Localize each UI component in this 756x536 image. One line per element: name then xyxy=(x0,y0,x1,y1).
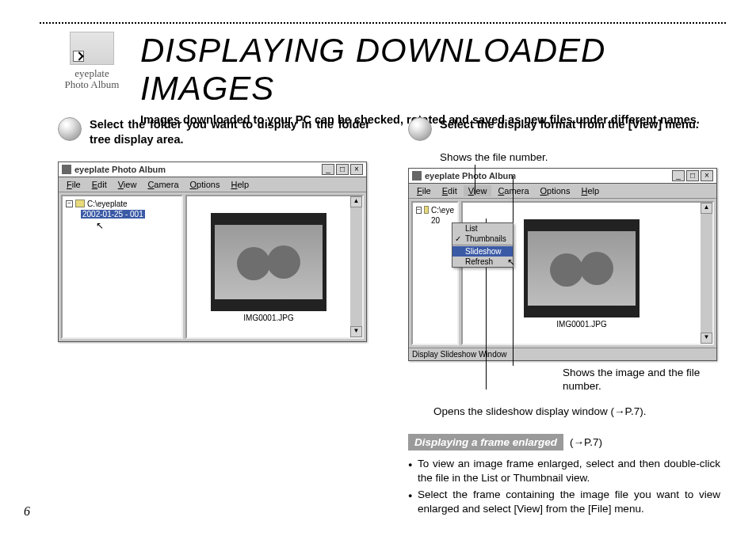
scroll-track[interactable] xyxy=(701,214,712,333)
menu-item-refresh[interactable]: Refresh xyxy=(452,257,513,267)
app-window-left: eyeplate Photo Album _ □ × File Edit Vie… xyxy=(58,162,367,342)
menubar: File Edit View Camera Options Help xyxy=(59,177,366,192)
app-window-right: eyeplate Photo Album _ □ × File Edit Vie… xyxy=(408,168,717,361)
left-step: Select the folder you want to display in… xyxy=(58,117,370,147)
bullet-item: Select the frame containing the image fi… xyxy=(408,488,720,516)
subheading-ref: (→P.7) xyxy=(570,436,602,448)
maximize-button[interactable]: □ xyxy=(686,170,699,181)
caption-file-number: Shows the file number. xyxy=(440,150,720,165)
subheading-box: Displaying a frame enlarged xyxy=(408,434,563,450)
bullet-item: To view an image frame enlarged, select … xyxy=(408,457,720,485)
enlarge-bullets: To view an image frame enlarged, select … xyxy=(408,457,720,516)
right-column: Select the display format from the [View… xyxy=(408,117,720,518)
header-row: eyeplate Photo Album DISPLAYING DOWNLOAD… xyxy=(58,32,720,128)
tree-root[interactable]: − C:\eyeplate xyxy=(66,200,178,208)
menu-options[interactable]: Options xyxy=(185,179,225,190)
close-button[interactable]: × xyxy=(350,164,363,175)
photo-content xyxy=(528,231,636,306)
window-icon xyxy=(62,165,71,174)
thumbnail-pane: IMG0001.JPG ▲ ▼ xyxy=(185,195,364,339)
window-body: − C:\eye 20 xyxy=(409,199,716,348)
folder-tree-pane[interactable]: − C:\eyeplate 2002-01-25 - 001 ↖ xyxy=(61,195,183,339)
columns: Select the folder you want to display in… xyxy=(58,117,720,518)
window-title: eyeplate Photo Album xyxy=(425,171,669,181)
titlebar: eyeplate Photo Album _ □ × xyxy=(409,169,716,184)
scrollbar[interactable]: ▲ ▼ xyxy=(701,203,712,344)
menu-item-thumbnails[interactable]: Thumbnails xyxy=(452,234,513,244)
dotted-rule xyxy=(40,22,726,24)
right-figure-wrap: Shows the file number. eyeplate Photo Al… xyxy=(408,150,720,418)
minimize-button[interactable]: _ xyxy=(322,164,334,175)
scroll-up-button[interactable]: ▲ xyxy=(350,196,362,207)
right-step: Select the display format from the [View… xyxy=(408,117,720,141)
menu-help[interactable]: Help xyxy=(576,185,604,196)
caption-thumbnail: Shows the image and the file number. xyxy=(563,366,720,393)
tree-child[interactable]: 2002-01-25 - 001 xyxy=(78,210,178,219)
menu-view[interactable]: View xyxy=(113,179,142,190)
titlebar: eyeplate Photo Album _ □ × xyxy=(59,162,366,177)
close-button[interactable]: × xyxy=(701,170,713,181)
maximize-button[interactable]: □ xyxy=(336,164,349,175)
app-icon-label: eyeplate Photo Album xyxy=(65,68,120,91)
menu-item-list[interactable]: List xyxy=(452,223,513,234)
cursor-icon: ↖ xyxy=(96,220,104,231)
window-controls: _ □ × xyxy=(672,170,713,181)
thumbnail-image[interactable] xyxy=(211,213,326,311)
scroll-up-button[interactable]: ▲ xyxy=(701,203,712,214)
menu-file[interactable]: File xyxy=(62,179,86,190)
thumbnail-filename: IMG0001.JPG xyxy=(243,311,293,324)
window-controls: _ □ × xyxy=(322,164,363,175)
tree-child-label: 20 xyxy=(431,216,440,225)
minimize-button[interactable]: _ xyxy=(672,170,685,181)
menu-camera[interactable]: Camera xyxy=(143,179,183,190)
menu-edit[interactable]: Edit xyxy=(437,185,462,196)
menu-file[interactable]: File xyxy=(412,185,436,196)
subheading-row: Displaying a frame enlarged (→P.7) xyxy=(408,434,720,450)
tree-child-label: 2002-01-25 - 001 xyxy=(81,210,145,219)
left-step-text: Select the folder you want to display in… xyxy=(90,117,370,147)
step-bullet-icon xyxy=(58,117,82,141)
eyeplate-icon xyxy=(70,32,114,65)
menu-separator xyxy=(452,245,513,245)
tree-child[interactable]: 20 xyxy=(429,216,454,225)
tree-root-label: C:\eye xyxy=(431,206,454,215)
menu-edit[interactable]: Edit xyxy=(87,179,112,190)
scroll-down-button[interactable]: ▼ xyxy=(701,333,712,344)
callout-line xyxy=(513,176,514,366)
menu-help[interactable]: Help xyxy=(226,179,254,190)
window-icon xyxy=(412,171,422,181)
menubar: File Edit View Camera Options Help xyxy=(409,184,716,199)
scroll-down-button[interactable]: ▼ xyxy=(350,326,362,337)
menu-view[interactable]: View xyxy=(464,185,492,196)
caption-slideshow: Opens the slideshow display window (→P.7… xyxy=(433,405,720,419)
scrollbar[interactable]: ▲ ▼ xyxy=(350,196,362,337)
tree-root-label: C:\eyeplate xyxy=(87,200,128,208)
left-column: Select the folder you want to display in… xyxy=(58,117,370,518)
page-number: 6 xyxy=(24,504,30,519)
tree-root[interactable]: − C:\eye xyxy=(416,206,454,215)
folder-icon xyxy=(75,200,85,207)
view-dropdown-menu: List Thumbnails Slideshow Refresh xyxy=(452,222,514,268)
page-title: DISPLAYING DOWNLOADED IMAGES xyxy=(140,32,720,108)
right-step-text: Select the display format from the [View… xyxy=(440,117,720,132)
callout-line xyxy=(475,165,475,195)
window-body: − C:\eyeplate 2002-01-25 - 001 ↖ xyxy=(59,192,366,341)
app-badge: eyeplate Photo Album xyxy=(58,32,126,91)
title-column: DISPLAYING DOWNLOADED IMAGES Images down… xyxy=(140,32,720,128)
step-bullet-icon xyxy=(408,117,432,141)
thumbnail-area[interactable]: IMG0001.JPG xyxy=(187,196,350,337)
tree-collapse-icon[interactable]: − xyxy=(66,200,73,207)
folder-icon xyxy=(424,206,429,214)
window-title: eyeplate Photo Album xyxy=(74,165,319,174)
scroll-track[interactable] xyxy=(350,207,362,326)
menu-item-slideshow[interactable]: Slideshow xyxy=(452,246,513,257)
tree-collapse-icon[interactable]: − xyxy=(416,207,422,214)
menu-options[interactable]: Options xyxy=(536,185,575,196)
statusbar: Display Slideshow Window xyxy=(409,348,716,360)
cursor-icon: ↖ xyxy=(507,257,515,268)
thumbnail-filename: IMG0001.JPG xyxy=(556,317,606,330)
photo-content xyxy=(215,225,323,299)
shortcut-arrow-icon xyxy=(73,51,84,62)
thumbnail-image[interactable] xyxy=(524,219,640,317)
